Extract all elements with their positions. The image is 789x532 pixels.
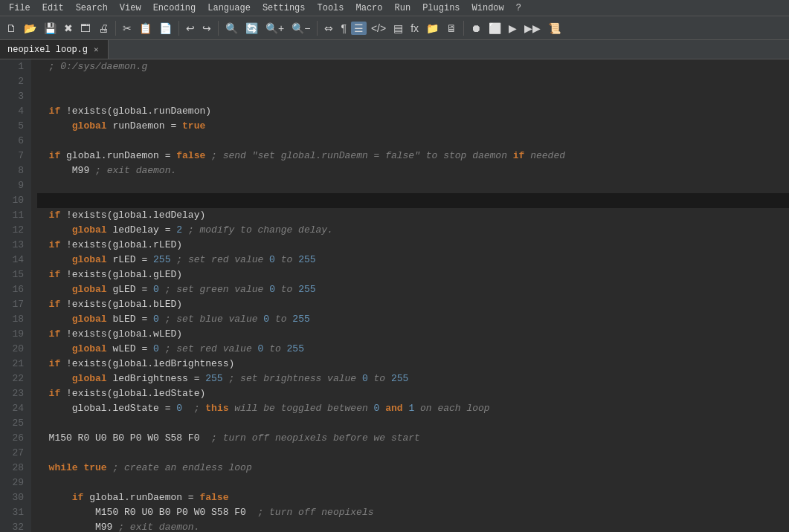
clone-button[interactable]: 🗔 xyxy=(77,22,94,35)
menubar: File Edit Search View Encoding Language … xyxy=(0,0,789,16)
code-line-11: if !exists(global.ledDelay) xyxy=(37,208,789,223)
line-num-3: 3 xyxy=(6,89,24,104)
code-line-9 xyxy=(37,178,789,193)
code-line-31: M150 R0 U0 B0 P0 W0 S58 F0 ; turn off ne… xyxy=(37,505,789,520)
folder-button[interactable]: 📁 xyxy=(423,22,442,35)
word-wrap-button[interactable]: ¶ xyxy=(338,22,350,35)
save-button[interactable]: 💾 xyxy=(41,22,59,35)
code-line-27 xyxy=(37,446,789,461)
menu-macro[interactable]: Macro xyxy=(350,1,389,15)
line-num-19: 19 xyxy=(6,327,24,342)
line-num-28: 28 xyxy=(6,461,24,476)
indent-guide-button[interactable]: ☰ xyxy=(351,22,367,35)
line-num-9: 9 xyxy=(6,178,24,193)
code-line-20: global wLED = 0 ; set red value 0 to 255 xyxy=(37,342,789,357)
menu-encoding[interactable]: Encoding xyxy=(147,1,202,15)
code-line-10 xyxy=(37,193,789,208)
menu-tools[interactable]: Tools xyxy=(311,1,350,15)
code-line-22: global ledBrightness = 255 ; set brightn… xyxy=(37,372,789,386)
line-num-6: 6 xyxy=(6,134,24,149)
line-num-12: 12 xyxy=(6,223,24,238)
code-line-14: global rLED = 255 ; set red value 0 to 2… xyxy=(37,253,789,267)
menu-edit[interactable]: Edit xyxy=(36,1,70,15)
code-line-7: if global.runDaemon = false ; send "set … xyxy=(37,149,789,163)
editor: 1 2 3 4 5 6 7 8 9 10 11 12 13 14 15 16 1… xyxy=(0,59,789,532)
line-num-14: 14 xyxy=(6,253,24,267)
code-line-1: ; 0:/sys/daemon.g xyxy=(37,59,789,74)
menu-run[interactable]: Run xyxy=(389,1,417,15)
line-num-23: 23 xyxy=(6,386,24,401)
code-line-29 xyxy=(37,476,789,490)
code-line-25 xyxy=(37,416,789,431)
menu-window[interactable]: Window xyxy=(466,1,510,15)
new-file-button[interactable]: 🗋 xyxy=(3,22,19,35)
record-button[interactable]: ⏺ xyxy=(468,22,484,35)
code-line-16: global gLED = 0 ; set green value 0 to 2… xyxy=(37,282,789,297)
line-num-17: 17 xyxy=(6,297,24,312)
function-list-button[interactable]: fx xyxy=(408,22,422,35)
open-file-button[interactable]: 📂 xyxy=(21,22,39,35)
zoom-in-button[interactable]: 🔍+ xyxy=(263,22,287,35)
line-num-24: 24 xyxy=(6,401,24,416)
code-line-17: if !exists(global.bLED) xyxy=(37,297,789,312)
code-line-3 xyxy=(37,89,789,104)
menu-file[interactable]: File xyxy=(3,1,36,15)
tabbar: neopixel loop.g ✕ xyxy=(0,40,789,59)
toolbar-sep-2 xyxy=(178,21,179,36)
line-num-18: 18 xyxy=(6,312,24,327)
line-num-16: 16 xyxy=(6,282,24,297)
redo-button[interactable]: ↪ xyxy=(199,22,214,35)
menu-view[interactable]: View xyxy=(114,1,147,15)
menu-settings[interactable]: Settings xyxy=(257,1,312,15)
view-all-chars-button[interactable]: ▤ xyxy=(390,22,406,35)
sync-scroll-button[interactable]: ⇔ xyxy=(321,22,336,35)
copy-button[interactable]: 📋 xyxy=(136,22,155,35)
line-num-2: 2 xyxy=(6,74,24,89)
find-replace-button[interactable]: 🔄 xyxy=(242,22,261,35)
line-num-8: 8 xyxy=(6,163,24,178)
code-line-24: global.ledState = 0 ; this will be toggl… xyxy=(37,401,789,416)
code-line-19: if !exists(global.wLED) xyxy=(37,327,789,342)
menu-search[interactable]: Search xyxy=(70,1,114,15)
line-num-1: 1 xyxy=(6,59,24,74)
line-num-25: 25 xyxy=(6,416,24,431)
code-line-13: if !exists(global.rLED) xyxy=(37,238,789,253)
zoom-out-button[interactable]: 🔍− xyxy=(289,22,313,35)
stop-button[interactable]: ⬜ xyxy=(486,22,504,35)
find-button[interactable]: 🔍 xyxy=(222,22,241,35)
toolbar: 🗋 📂 💾 ✖ 🗔 🖨 ✂ 📋 📄 ↩ ↪ 🔍 🔄 🔍+ 🔍− ⇔ ¶ ☰ </… xyxy=(0,16,789,40)
line-num-27: 27 xyxy=(6,446,24,461)
line-num-21: 21 xyxy=(6,357,24,372)
code-line-4: if !exists(global.runDaemon) xyxy=(37,104,789,119)
code-line-2 xyxy=(37,74,789,89)
line-num-22: 22 xyxy=(6,372,24,386)
line-num-31: 31 xyxy=(6,505,24,520)
line-numbers: 1 2 3 4 5 6 7 8 9 10 11 12 13 14 15 16 1… xyxy=(0,59,31,532)
monitor-button[interactable]: 🖥 xyxy=(443,22,460,35)
play-button[interactable]: ▶ xyxy=(506,22,520,35)
menu-language[interactable]: Language xyxy=(202,1,257,15)
undo-button[interactable]: ↩ xyxy=(183,22,198,35)
cut-button[interactable]: ✂ xyxy=(120,22,135,35)
close-button[interactable]: ✖ xyxy=(61,22,76,35)
print-button[interactable]: 🖨 xyxy=(95,22,112,35)
line-num-29: 29 xyxy=(6,476,24,490)
line-num-4: 4 xyxy=(6,104,24,119)
macro-button[interactable]: 📜 xyxy=(545,22,564,35)
code-line-32: M99 ; exit daemon. xyxy=(37,520,789,532)
code-line-18: global bLED = 0 ; set blue value 0 to 25… xyxy=(37,312,789,327)
play-mult-button[interactable]: ▶▶ xyxy=(521,22,544,35)
xml-button[interactable]: </> xyxy=(368,22,389,35)
tab-close-button[interactable]: ✕ xyxy=(92,45,100,54)
code-line-26: M150 R0 U0 B0 P0 W0 S58 F0 ; turn off ne… xyxy=(37,431,789,446)
menu-help[interactable]: ? xyxy=(510,1,527,15)
toolbar-sep-3 xyxy=(218,21,219,36)
line-num-30: 30 xyxy=(6,490,24,505)
code-line-28: while true ; create an endless loop xyxy=(37,461,789,476)
tab-neopixel[interactable]: neopixel loop.g ✕ xyxy=(0,40,109,59)
menu-plugins[interactable]: Plugins xyxy=(416,1,466,15)
code-area[interactable]: ; 0:/sys/daemon.g if !exists(global.runD… xyxy=(31,59,789,532)
line-num-5: 5 xyxy=(6,119,24,134)
line-num-20: 20 xyxy=(6,342,24,357)
paste-button[interactable]: 📄 xyxy=(156,22,175,35)
